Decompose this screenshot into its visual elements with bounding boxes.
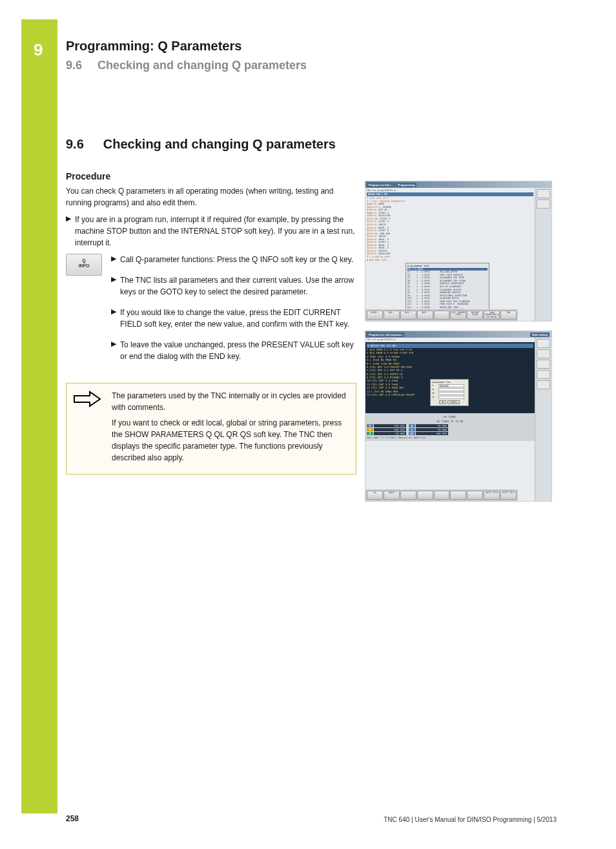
right-toolbar [535,338,551,501]
triangle-bullet-icon: ▶ [111,339,120,362]
subbullet-item: ▶ If you would like to change the value,… [111,307,356,330]
toolbar-button[interactable] [537,189,550,198]
softkey-button[interactable] [434,311,450,320]
note-box: The parameters used by the TNC internall… [66,383,356,475]
dialog-field-label: QS [432,396,438,399]
titlebar-mode-right: Programming [396,183,416,187]
softkey-button[interactable]: PASTE FIELD [500,491,517,500]
page-number: 258 [66,814,79,823]
chapter-title: Programming: Q Parameters [66,39,557,54]
softkey-button[interactable]: SHOW PARAMETERS Q QL QR QS [484,311,500,320]
mode-line: Mode: NOML. T 4 Z S 2000 F 50mm/min Ovr … [367,436,533,440]
toolbar-button[interactable] [537,349,550,358]
axis-label: Z [367,432,373,435]
procedure-heading: Procedure [66,171,356,181]
dialog-field-row: QR [432,392,467,395]
tnc-screenshot-1: Program run full s… Programming TNC:\nc_… [365,181,552,322]
titlebar-mode-left: Program run, full sequence [367,332,404,337]
softkey-button[interactable]: PAGE ↑ [400,311,416,320]
softkey-button[interactable] [450,491,466,500]
screenshot-titlebar: Program run full s… Programming [365,181,551,188]
triangle-bullet-icon: ▶ [111,254,120,265]
subbullet-text: The TNC lists all parameters and their c… [120,274,356,298]
toolbar-button[interactable] [537,380,550,389]
softkey-button[interactable]: PASTE FIELD [484,491,500,500]
bullet-item: ▶ If you are in a program run, interrupt… [66,214,356,249]
softkey-button[interactable]: PAGE ↓ [417,311,433,320]
program-begin-line: 0 BEGIN PGM 115 MM [367,343,533,348]
dialog-field-label: 0 [432,384,438,387]
dialog-cancel-button[interactable]: CANCEL [447,400,460,404]
dialog-field-label: QR [432,392,438,395]
dialog-input[interactable] [438,396,464,399]
axis-value: +0.000 [416,424,448,427]
subbullet-item: ▶ The TNC lists all parameters and their… [111,274,356,298]
softkey-button[interactable]: END [500,311,517,320]
softkey-button[interactable] [434,491,450,500]
dialog-input[interactable] [438,392,464,395]
note-paragraph: The parameters used by the TNC internall… [112,390,349,413]
dialog-input[interactable] [438,388,464,391]
axis-label: A [409,424,415,427]
status-line: 0% X[Nm] [367,414,533,419]
axis-value: +62.810 [416,432,448,435]
subbullet-text: If you would like to change the value, p… [120,307,356,330]
main-section-number: 9.6 [66,137,84,151]
section-number: 9.6 [66,59,82,72]
main-section-heading: 9.6Checking and changing Q parameters [66,137,557,152]
arrow-right-icon [73,390,101,408]
status-panel: 0% X[Nm] 0% Y[Nm] S1 11:58 X+19.641A+0.0… [365,413,535,442]
softkey-button[interactable]: BEGIN ↑ [367,311,383,320]
toolbar-button[interactable] [537,339,550,348]
coordinate-row: Z-10.000S1+62.810 [367,432,533,435]
toolbar-button[interactable] [537,360,550,369]
dialog-field-row: QL [432,388,467,391]
running-section-header: 9.6Checking and changing Q parameters [66,59,557,72]
triangle-bullet-icon: ▶ [66,214,75,249]
softkey-button[interactable]: END ↓ [384,311,400,320]
chapter-number: 9 [34,40,43,60]
axis-value: +0.000 [416,428,448,431]
chapter-sidebar [21,19,57,813]
axis-label: X [367,424,373,427]
main-section-title: Checking and changing Q parameters [103,137,336,151]
toolbar-button[interactable] [537,370,550,379]
softkey-button[interactable] [417,491,433,500]
axis-label: Y [367,428,373,431]
axis-value: +19.641 [374,424,406,427]
screenshot-titlebar: Program run, full sequence Table editing [365,331,551,338]
tnc-screenshot-2: Program run, full sequence Table editing… [365,331,552,502]
bullet-text: If you are in a program run, interrupt i… [75,214,356,249]
coordinate-row: Y+69.422C+0.000 [367,428,533,431]
intro-text: You can check Q parameters in all operat… [66,185,356,209]
titlebar-mode-left: Program run full s… [367,183,395,187]
axis-label: S1 [409,432,415,435]
softkey-button[interactable]: CANCEL [384,491,400,500]
softkey-row: BEGIN ↑END ↓PAGE ↑PAGE ↓EDIT CURRENT FIE… [365,309,518,321]
softkey-label-line1: Q [67,258,101,263]
dialog-input[interactable] [438,384,464,387]
coordinate-row: X+19.641A+0.000 [367,424,533,427]
footer-text: TNC 640 | User's Manual for DIN/ISO Prog… [384,816,557,823]
softkey-button[interactable]: PRESENT VALUE [467,311,483,320]
subbullet-text: Call Q-parameter functions: Press the Q … [120,254,353,265]
program-begin: BEGIN PGM 1 MM [367,192,533,197]
q-parameter-dialog: Q parameter list 0QLQRQS OK CANCEL [430,379,469,406]
softkey-button[interactable] [400,491,416,500]
subbullet-item: ▶ To leave the value unchanged, press th… [111,339,356,362]
axis-value: +69.422 [374,428,406,431]
status-line: 0% Y[Nm] S1 11:58 [367,419,533,424]
softkey-button[interactable] [467,491,483,500]
dialog-ok-button[interactable]: OK [439,400,447,404]
axis-value: -10.000 [374,432,406,435]
right-toolbar [535,188,551,321]
subbullet-item: ▶ Call Q-parameter functions: Press the … [111,254,356,265]
titlebar-mode-right: Table editing [530,332,549,337]
softkey-button[interactable]: OK [367,491,383,500]
toolbar-button[interactable] [537,199,550,209]
q-info-softkey[interactable]: Q INFO [66,254,102,276]
subbullet-text: To leave the value unchanged, press the … [120,339,356,362]
note-paragraph: If you want to check or edit local, glob… [112,417,349,464]
axis-label: C [409,428,415,431]
softkey-button[interactable]: EDIT CURRENT FIELD [450,311,466,320]
